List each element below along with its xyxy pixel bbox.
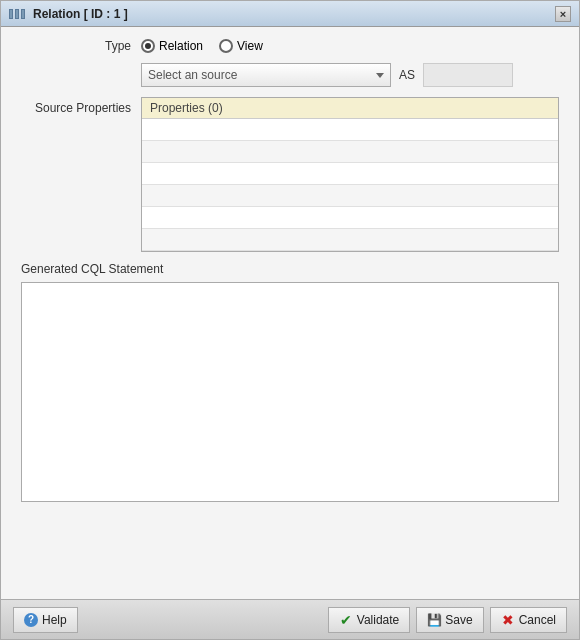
title-bar-left: Relation [ ID : 1 ]	[9, 7, 128, 21]
grip-dot-2	[15, 9, 19, 19]
help-icon: ?	[24, 613, 38, 627]
radio-view-circle[interactable]	[219, 39, 233, 53]
property-row-4	[142, 185, 558, 207]
type-label: Type	[21, 39, 141, 53]
window-title: Relation [ ID : 1 ]	[33, 7, 128, 21]
source-properties-table: Properties (0)	[141, 97, 559, 252]
as-input[interactable]	[423, 63, 513, 87]
cql-section: Generated CQL Statement	[21, 262, 559, 505]
cql-label: Generated CQL Statement	[21, 262, 559, 276]
footer-right: ✔ Validate 💾 Save ✖ Cancel	[328, 607, 567, 633]
properties-header: Properties (0)	[142, 98, 558, 119]
cancel-icon: ✖	[501, 613, 515, 627]
source-properties-label: Source Properties	[21, 97, 141, 115]
radio-relation-circle[interactable]	[141, 39, 155, 53]
type-radio-group: Relation View	[141, 39, 263, 53]
property-row-2	[142, 141, 558, 163]
cancel-button[interactable]: ✖ Cancel	[490, 607, 567, 633]
footer: ? Help ✔ Validate 💾 Save ✖ Cancel	[1, 599, 579, 639]
property-row-3	[142, 163, 558, 185]
grip-dot-1	[9, 9, 13, 19]
help-button[interactable]: ? Help	[13, 607, 78, 633]
dropdown-arrow-icon	[376, 73, 384, 78]
validate-icon: ✔	[339, 613, 353, 627]
save-label: Save	[445, 613, 472, 627]
type-row: Type Relation View	[21, 39, 559, 53]
close-button[interactable]: ×	[555, 6, 571, 22]
radio-relation[interactable]: Relation	[141, 39, 203, 53]
source-properties-row: Source Properties Properties (0)	[21, 97, 559, 252]
property-row-1	[142, 119, 558, 141]
footer-left: ? Help	[13, 607, 78, 633]
property-row-6	[142, 229, 558, 251]
cql-textarea[interactable]	[21, 282, 559, 502]
help-label: Help	[42, 613, 67, 627]
help-circle-icon: ?	[24, 613, 38, 627]
radio-view-label: View	[237, 39, 263, 53]
radio-relation-label: Relation	[159, 39, 203, 53]
save-button[interactable]: 💾 Save	[416, 607, 483, 633]
grip-dot-3	[21, 9, 25, 19]
save-icon: 💾	[427, 613, 441, 627]
title-bar-dots	[9, 9, 25, 19]
source-select[interactable]: Select an source	[141, 63, 391, 87]
cancel-label: Cancel	[519, 613, 556, 627]
relation-dialog: Relation [ ID : 1 ] × Type Relation View	[0, 0, 580, 640]
as-label: AS	[399, 68, 415, 82]
property-row-5	[142, 207, 558, 229]
validate-label: Validate	[357, 613, 399, 627]
source-dropdown-row: Select an source AS	[21, 63, 559, 87]
validate-button[interactable]: ✔ Validate	[328, 607, 410, 633]
radio-view[interactable]: View	[219, 39, 263, 53]
dialog-content: Type Relation View Select an source AS	[1, 27, 579, 599]
title-bar: Relation [ ID : 1 ] ×	[1, 1, 579, 27]
source-select-text: Select an source	[148, 68, 237, 82]
